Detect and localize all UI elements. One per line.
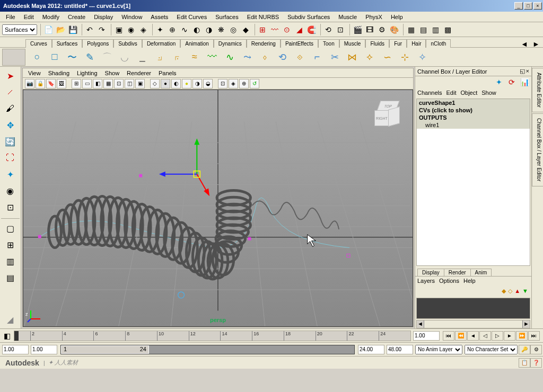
shelf-scroll-right-icon[interactable]: ► (530, 38, 542, 50)
vp-res-gate-icon[interactable]: ◧ (93, 79, 102, 88)
arc-icon[interactable]: ⌒ (99, 49, 115, 65)
curve-edit-icon[interactable]: ✧ (414, 49, 430, 65)
render-settings-icon[interactable]: ⚙ (376, 24, 388, 35)
current-time-field[interactable] (413, 331, 440, 341)
menu-edit-nurbs[interactable]: Edit NURBS (243, 13, 283, 21)
3pt-arc-icon[interactable]: ◡ (117, 49, 133, 65)
cb-menu-show[interactable]: Show (481, 90, 496, 96)
hypershade-icon[interactable]: 🎨 (388, 24, 400, 35)
vp-safe-title-icon[interactable]: ▣ (135, 79, 145, 88)
insert-knot-icon[interactable]: ∿ (222, 49, 238, 65)
menu-subdiv[interactable]: Subdiv Surfaces (284, 13, 334, 21)
mask-joint-icon[interactable]: ⊕ (167, 24, 178, 35)
history-toggle-icon[interactable]: ⊡ (335, 24, 346, 35)
cb-menu-channels[interactable]: Channels (417, 90, 442, 96)
menu-file[interactable]: File (2, 13, 19, 21)
mask-handle-icon[interactable]: ✦ (154, 24, 166, 35)
shelf-tab-curves[interactable]: Curves (25, 39, 52, 48)
vp-wireframe-icon[interactable]: ◇ (150, 79, 160, 88)
view-menu-renderer[interactable]: Renderer (124, 69, 154, 77)
menu-assets[interactable]: Assets (147, 13, 172, 21)
open-scene-icon[interactable]: 📂 (55, 24, 66, 35)
range-in-field[interactable] (31, 345, 57, 354)
undo-icon[interactable]: ↶ (84, 24, 95, 35)
detach-curve-icon[interactable]: ⟔ (169, 49, 185, 65)
vp-isolate-icon[interactable]: ⊡ (218, 79, 227, 88)
shelf-scroll-left-icon[interactable]: ◄ (519, 38, 530, 50)
select-hier-icon[interactable]: ▣ (113, 24, 125, 35)
shelf-tab-dynamics[interactable]: Dynamics (214, 39, 247, 48)
range-start-field[interactable] (2, 345, 29, 354)
range-out-field[interactable] (358, 345, 384, 354)
viewcube[interactable]: TOP RIGHT (372, 101, 402, 130)
cvs-row[interactable]: CVs (click to show) (417, 106, 530, 114)
vp-textured-icon[interactable]: ◐ (171, 79, 181, 88)
shelf-tab-painteffects[interactable]: PaintEffects (281, 39, 318, 48)
intersect-curve-icon[interactable]: ⋈ (344, 49, 360, 65)
ipr-render-icon[interactable]: 🎞 (364, 24, 375, 35)
vp-hq-icon[interactable]: ◒ (203, 79, 213, 88)
cb-menu-object[interactable]: Object (460, 90, 477, 96)
move-tool-icon[interactable]: ✥ (1, 117, 19, 133)
menu-modify[interactable]: Modify (39, 13, 63, 21)
menu-muscle[interactable]: Muscle (335, 13, 361, 21)
cb-close-icon[interactable]: × (526, 68, 529, 75)
ep-curve-icon[interactable]: 〜 (64, 49, 80, 65)
shelf-tab-subdivs[interactable]: Subdivs (113, 39, 142, 48)
shape-header[interactable]: curveShape1 (417, 99, 530, 106)
vp-xray-joints-icon[interactable]: ⊕ (239, 79, 249, 88)
extend-curve-icon[interactable]: ⤳ (239, 49, 255, 65)
step-fwd-key-icon[interactable]: ⏩ (516, 331, 528, 341)
anim-prefs-icon[interactable]: ⚙ (530, 345, 542, 354)
show-manip-icon[interactable]: ⊡ (1, 199, 19, 215)
play-fwd-icon[interactable]: ▷ (492, 331, 503, 341)
minimize-button[interactable]: _ (514, 2, 523, 10)
mask-misc-icon[interactable]: ◆ (240, 24, 251, 35)
channel-list[interactable]: curveShape1 CVs (click to show) OUTPUTS … (416, 99, 530, 266)
menu-display[interactable]: Display (90, 13, 117, 21)
align-curve-icon[interactable]: ≈ (187, 49, 203, 65)
reverse-curve-icon[interactable]: ⟲ (274, 49, 290, 65)
module-dropdown[interactable]: Surfaces (2, 24, 37, 35)
add-points-icon[interactable]: ⊹ (397, 49, 413, 65)
fit-bspline-icon[interactable]: ⟡ (362, 49, 378, 65)
3d-viewport[interactable]: TOP RIGHT persp z (23, 90, 413, 327)
cb-speed-icon[interactable]: ⟳ (506, 76, 518, 88)
fillet-curve-icon[interactable]: ⌐ (309, 49, 325, 65)
vp-image-plane-icon[interactable]: 🖼 (57, 79, 66, 88)
mask-render-icon[interactable]: ◎ (227, 24, 239, 35)
select-obj-icon[interactable]: ◉ (125, 24, 137, 35)
cb-undock-icon[interactable]: ◱ (520, 68, 525, 75)
menu-create[interactable]: Create (64, 13, 89, 21)
scale-tool-icon[interactable]: ⛶ (1, 150, 19, 166)
layout-4-icon[interactable]: ▩ (442, 24, 453, 35)
snap-grid-icon[interactable]: ⊞ (257, 24, 268, 35)
timeline-options-icon[interactable]: ◧ (1, 330, 13, 342)
vp-select-camera-icon[interactable]: 📷 (25, 79, 34, 88)
layer-tab-render[interactable]: Render (444, 269, 471, 276)
open-close-icon[interactable]: 〰 (204, 49, 220, 65)
two-pane-v-icon[interactable]: ▥ (1, 253, 19, 269)
cut-curve-icon[interactable]: ✂ (327, 49, 343, 65)
layer-menu-layers[interactable]: Layers (417, 278, 435, 284)
vp-smooth-shade-icon[interactable]: ● (161, 79, 170, 88)
close-button[interactable]: × (533, 2, 542, 10)
vp-film-gate-icon[interactable]: ▭ (82, 79, 92, 88)
cb-menu-edit[interactable]: Edit (446, 90, 456, 96)
mask-surface-icon[interactable]: ◐ (191, 24, 203, 35)
shelf-tab-muscle[interactable]: Muscle (339, 39, 366, 48)
vp-safe-action-icon[interactable]: ◫ (125, 79, 134, 88)
menu-physx[interactable]: PhysX (362, 13, 386, 21)
snap-curve-icon[interactable]: 〰 (269, 24, 281, 35)
layout-1-icon[interactable]: ▦ (405, 24, 417, 35)
snap-live-icon[interactable]: 🧲 (305, 24, 317, 35)
menu-window[interactable]: Window (118, 13, 146, 21)
play-back-icon[interactable]: ◁ (479, 331, 491, 341)
vp-bookmark-icon[interactable]: 🔖 (46, 79, 56, 88)
time-ruler[interactable]: 2 4 6 8 10 12 14 16 18 20 22 24 (14, 331, 411, 341)
smooth-curve-icon[interactable]: ∽ (379, 49, 395, 65)
layer-list[interactable] (416, 298, 530, 319)
cv-curve-icon[interactable]: ⎯ (134, 49, 150, 65)
script-editor-icon[interactable]: 📋 (519, 358, 530, 368)
layer-menu-help[interactable]: Help (463, 278, 476, 284)
